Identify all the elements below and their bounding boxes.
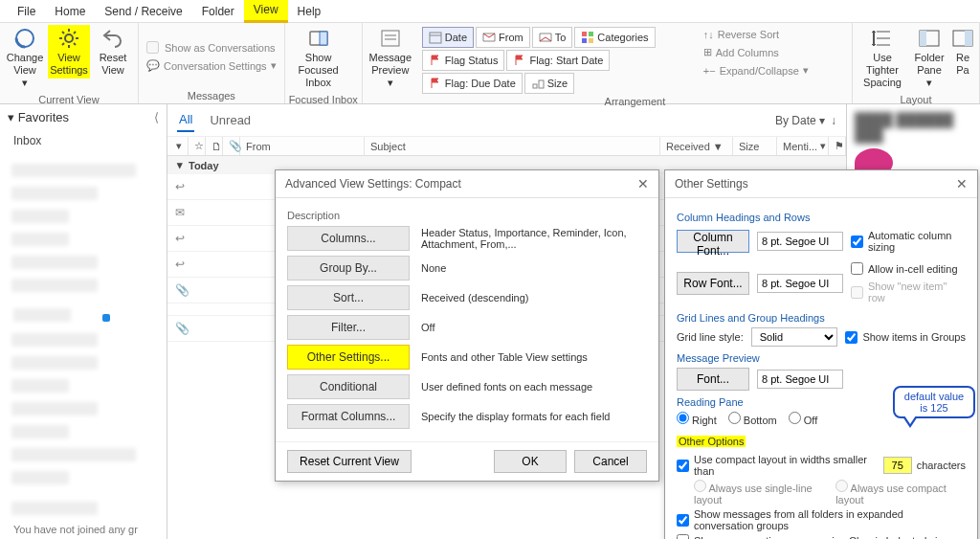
avs-other-settings-button[interactable]: Other Settings...	[287, 345, 410, 370]
sidebar-folder[interactable]	[11, 333, 98, 347]
avs-titlebar: Advanced View Settings: Compact ✕	[276, 170, 658, 198]
avs-columns-button[interactable]: Columns...	[287, 226, 410, 251]
pin-icon[interactable]: ⟨	[154, 110, 159, 124]
sort-by-button[interactable]: By Date ▾	[775, 114, 825, 127]
arrangement-gallery[interactable]: Date From To Categories Flag Status Flag…	[422, 27, 690, 94]
menu-help[interactable]: Help	[288, 1, 331, 22]
os-rp-off[interactable]: Off	[789, 412, 818, 426]
expand-collapse-button[interactable]: +− Expand/Collapse ▾	[700, 62, 813, 79]
avs-cancel-button[interactable]: Cancel	[574, 450, 647, 473]
sidebar-folder[interactable]	[11, 402, 98, 415]
os-compact-layout-checkbox[interactable]: Use compact layout in widths smaller tha…	[677, 454, 966, 477]
tab-all[interactable]: All	[177, 108, 194, 132]
arrange-by-size[interactable]: Size	[524, 73, 574, 94]
use-tighter-spacing-button[interactable]: Use Tighter Spacing	[857, 25, 908, 92]
os-compact-width-input[interactable]	[883, 457, 912, 474]
view-settings-button[interactable]: View Settings	[48, 25, 90, 79]
menu-send-receive[interactable]: Send / Receive	[95, 1, 191, 22]
close-icon[interactable]: ✕	[637, 176, 649, 191]
sidebar-folder[interactable]	[11, 187, 98, 200]
sidebar-folder[interactable]	[11, 379, 69, 393]
arrange-label: Size	[547, 78, 568, 89]
arrange-by-flag-start[interactable]: Flag: Start Date	[506, 50, 610, 71]
menu-view[interactable]: View	[244, 0, 288, 23]
col-select[interactable]: ▾	[167, 137, 189, 155]
sidebar-folder[interactable]	[11, 233, 69, 246]
os-rp-bottom[interactable]: Bottom	[728, 412, 777, 426]
sidebar-account[interactable]	[11, 164, 136, 177]
avs-ok-button[interactable]: OK	[494, 450, 567, 473]
avs-description-label: Description	[287, 210, 647, 221]
sidebar-folder[interactable]	[11, 471, 69, 484]
sidebar-folder[interactable]	[11, 448, 136, 461]
col-from[interactable]: From	[240, 137, 365, 155]
os-column-font-button[interactable]: Column Font...	[677, 230, 749, 253]
avs-reset-button[interactable]: Reset Current View	[287, 450, 412, 473]
os-incell-checkbox[interactable]: Allow in-cell editing	[851, 262, 966, 275]
sort-direction-button[interactable]: ↓	[831, 114, 836, 127]
col-size[interactable]: Size	[733, 137, 777, 155]
favorites-label: Favorites	[18, 110, 69, 124]
os-rp-right[interactable]: Right	[677, 412, 717, 426]
col-received[interactable]: Received ▼	[660, 137, 733, 155]
os-always-single-radio[interactable]: Always use single-line layout	[694, 480, 831, 505]
sidebar-folder[interactable]	[11, 279, 98, 292]
os-font-button[interactable]: Font...	[677, 368, 749, 391]
tab-unread[interactable]: Unread	[208, 109, 253, 131]
os-always-compact-radio[interactable]: Always use compact layout	[835, 480, 966, 505]
message-preview-button[interactable]: Message Preview ▾	[367, 25, 414, 92]
menu-home[interactable]: Home	[45, 1, 95, 22]
avs-filter-button[interactable]: Filter...	[287, 315, 410, 340]
show-focused-inbox-button[interactable]: Show Focused Inbox	[289, 25, 348, 92]
avs-title: Advanced View Settings: Compact	[285, 177, 461, 191]
os-show-expanded-checkbox[interactable]: Show messages from all folders in expand…	[677, 508, 966, 531]
col-mention[interactable]: Menti... ▾	[777, 137, 829, 155]
close-icon[interactable]: ✕	[956, 176, 968, 191]
sidebar-folder[interactable]	[0, 304, 167, 328]
col-subject[interactable]: Subject	[365, 137, 660, 155]
menu-folder[interactable]: Folder	[192, 1, 244, 22]
col-attachment[interactable]: 📎	[223, 137, 240, 155]
os-row-font-value[interactable]	[757, 274, 843, 293]
sidebar-folder[interactable]	[11, 210, 69, 223]
ribbon-group-messages: Show as Conversations 💬 Conversation Set…	[139, 23, 285, 103]
os-row-font-button[interactable]: Row Font...	[677, 272, 749, 295]
sidebar-folder[interactable]	[11, 425, 69, 438]
os-show-groups-checkbox[interactable]: Show items in Groups	[845, 331, 966, 344]
reading-pane-button[interactable]: Re Pa	[950, 25, 975, 79]
conversation-settings-button[interactable]: 💬 Conversation Settings ▾	[143, 57, 280, 74]
arrange-by-date[interactable]: Date	[422, 27, 474, 48]
col-reminder[interactable]: 🗋	[206, 137, 223, 155]
sidebar-folder[interactable]	[11, 502, 98, 515]
arrange-by-flag-status[interactable]: Flag Status	[422, 50, 505, 71]
reverse-sort-button[interactable]: ↑↓ Reverse Sort	[700, 27, 813, 42]
tighter-spacing-icon	[871, 27, 894, 50]
avs-sort-button[interactable]: Sort...	[287, 285, 410, 310]
sidebar-folder[interactable]	[11, 256, 98, 269]
avs-conditional-formatting-button[interactable]: Conditional Formatting...	[287, 374, 410, 399]
arrange-by-categories[interactable]: Categories	[574, 27, 655, 48]
col-flag[interactable]: ⚑	[829, 137, 846, 155]
svg-rect-21	[533, 84, 537, 88]
reset-view-button[interactable]: Reset View	[92, 25, 134, 79]
avs-format-columns-button[interactable]: Format Columns...	[287, 404, 410, 429]
add-columns-button[interactable]: ⊞ Add Columns	[700, 44, 813, 60]
menu-file[interactable]: File	[8, 1, 45, 22]
os-column-font-value[interactable]	[757, 232, 843, 251]
folder-pane-button[interactable]: Folder Pane ▾	[910, 25, 948, 92]
os-auto-sizing-checkbox[interactable]: Automatic column sizing	[851, 230, 966, 253]
attachment-icon: 📎	[175, 322, 192, 335]
sidebar-inbox[interactable]: Inbox	[0, 130, 167, 151]
os-grid-style-select[interactable]: Solid	[751, 327, 837, 347]
os-preview-font-value[interactable]	[757, 370, 843, 389]
arrange-by-flag-due[interactable]: Flag: Due Date	[422, 73, 523, 94]
arrange-by-to[interactable]: To	[532, 27, 573, 48]
arrange-by-from[interactable]: From	[476, 27, 530, 48]
change-view-button[interactable]: Change View ▾	[4, 25, 46, 92]
sidebar-folder[interactable]	[11, 356, 98, 370]
os-classic-indented-checkbox[interactable]: Show conversation groups using Classic I…	[677, 534, 966, 539]
col-importance[interactable]: ☆	[189, 137, 206, 155]
show-as-conversations-checkbox[interactable]: Show as Conversations	[143, 39, 279, 56]
avs-groupby-button[interactable]: Group By...	[287, 256, 410, 281]
favorites-header[interactable]: ▾ Favorites⟨	[0, 104, 167, 130]
